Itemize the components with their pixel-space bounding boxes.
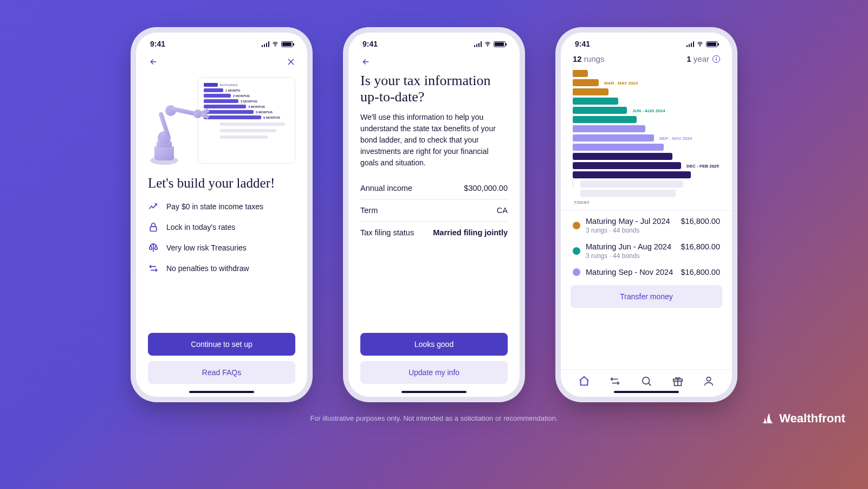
- battery-icon: [494, 41, 506, 47]
- feature-withdraw: No penalties to withdraw: [148, 263, 295, 274]
- maturity-list: Maturing May - Jul 20243 rungs · 44 bond…: [561, 210, 732, 279]
- body-text: We'll use this information to help you u…: [360, 112, 508, 169]
- wifi-icon: [484, 41, 491, 47]
- svg-point-9: [488, 46, 488, 46]
- list-item[interactable]: Maturing Sep - Nov 2024$16,800.00: [561, 262, 732, 279]
- scale-icon: [148, 242, 159, 253]
- nav-bar: [136, 55, 307, 73]
- status-icons: [474, 41, 506, 47]
- status-bar: 9:41: [136, 33, 307, 55]
- robot-arm-icon: [147, 85, 212, 166]
- tab-bar: [561, 369, 732, 389]
- footer: For illustrative purposes only. Not inte…: [0, 414, 868, 422]
- feature-lock: Lock in today's rates: [148, 222, 295, 233]
- status-bar: 9:41: [561, 33, 732, 55]
- status-icons: [686, 41, 718, 47]
- tab-home[interactable]: [578, 375, 590, 389]
- tab-profile[interactable]: [703, 375, 715, 389]
- svg-rect-6: [170, 106, 198, 116]
- status-time: 9:41: [362, 40, 378, 48]
- home-indicator: [614, 391, 679, 393]
- svg-point-14: [707, 377, 711, 381]
- tab-search[interactable]: [640, 375, 652, 389]
- cellular-icon: [686, 41, 695, 47]
- tab-transfer[interactable]: [609, 375, 621, 389]
- ladder-illustration: MATURED 1 MONTH 2 MONTHS 3 MONTHS 4 MONT…: [148, 77, 295, 164]
- svg-point-10: [700, 46, 701, 46]
- back-button[interactable]: [360, 57, 371, 68]
- phone-tax-info: 9:41 Is your tax information up-to-date?…: [348, 33, 520, 397]
- wealthfront-icon: [761, 411, 775, 426]
- battery-icon: [706, 41, 718, 47]
- status-time: 9:41: [575, 40, 590, 48]
- ladder-chart: MAR - MAY 2024JUN - AUG 2024SEP - NOV 20…: [561, 63, 732, 205]
- status-icons: [262, 41, 294, 47]
- brand-logo: Wealthfront: [761, 411, 845, 426]
- feature-taxes: Pay $0 in state income taxes: [148, 201, 295, 212]
- row-term: TermCA: [360, 200, 508, 222]
- svg-point-11: [643, 377, 650, 384]
- lock-icon: [148, 222, 159, 233]
- arrows-swap-icon: [148, 263, 159, 274]
- tab-gift[interactable]: [672, 375, 684, 389]
- read-faqs-button[interactable]: Read FAQs: [148, 361, 295, 384]
- ladder-header: 12 rungs 1 yeari: [561, 54, 732, 63]
- row-filing-status: Tax filing statusMarried filing jointly: [360, 222, 508, 243]
- transfer-money-button[interactable]: Transfer money: [571, 285, 722, 308]
- disclaimer: For illustrative purposes only. Not inte…: [310, 414, 558, 422]
- cellular-icon: [474, 41, 482, 47]
- wifi-icon: [271, 41, 279, 47]
- phone-ladder-overview: 9:41 12 rungs 1 yeari MAR - MAY 2024JUN …: [561, 33, 732, 397]
- info-icon[interactable]: i: [712, 55, 720, 63]
- list-item[interactable]: Maturing Jun - Aug 20243 rungs · 44 bond…: [561, 236, 732, 262]
- home-indicator: [401, 391, 467, 393]
- home-indicator: [189, 391, 254, 393]
- row-annual-income: Annual income$300,000.00: [360, 177, 508, 200]
- phones-row: 9:41 MATURED 1 MONTH 2 MONTHS 3 MONTHS 4…: [136, 33, 732, 397]
- wifi-icon: [696, 41, 704, 47]
- phone-build-ladder: 9:41 MATURED 1 MONTH 2 MONTHS 3 MONTHS 4…: [136, 33, 307, 397]
- battery-icon: [281, 41, 293, 47]
- page-title: Let's build your ladder!: [148, 176, 295, 191]
- back-button[interactable]: [148, 57, 159, 68]
- feature-risk: Very low risk Treasuries: [148, 242, 295, 253]
- looks-good-button[interactable]: Looks good: [360, 333, 508, 356]
- page-title: Is your tax information up-to-date?: [360, 73, 508, 105]
- status-bar: 9:41: [348, 33, 520, 55]
- status-time: 9:41: [150, 40, 165, 48]
- cellular-icon: [262, 41, 270, 47]
- svg-rect-8: [150, 227, 157, 231]
- svg-point-7: [193, 110, 202, 118]
- continue-button[interactable]: Continue to set up: [148, 333, 295, 356]
- chart-up-icon: [148, 201, 159, 212]
- update-info-button[interactable]: Update my info: [360, 361, 508, 384]
- svg-point-0: [275, 46, 276, 46]
- close-button[interactable]: [287, 57, 295, 68]
- list-item[interactable]: Maturing May - Jul 20243 rungs · 44 bond…: [561, 211, 732, 236]
- nav-bar: [348, 55, 520, 73]
